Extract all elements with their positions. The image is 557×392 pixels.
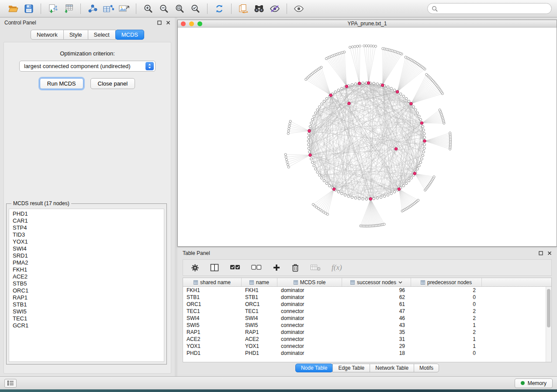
mcds-result-list[interactable]: PHD1CAR1STP4TID3YOX1SWI4SRD1PMA2FKH1ACE2…: [9, 209, 164, 362]
table-scrollbar-thumb[interactable]: [547, 289, 550, 327]
tab-node-table[interactable]: Node Table: [295, 364, 333, 372]
network-leaf-node[interactable]: [287, 130, 290, 132]
network-node[interactable]: [415, 109, 417, 111]
mcds-dominator-node[interactable]: [348, 102, 351, 105]
mcds-result-item[interactable]: STP4: [9, 224, 164, 231]
network-node[interactable]: [422, 151, 425, 153]
mcds-result-item[interactable]: RAP1: [9, 294, 164, 301]
network-leaf-node[interactable]: [356, 45, 359, 47]
mcds-result-item[interactable]: GCR1: [9, 322, 164, 329]
column-header-predecessor-nodes[interactable]: predecessor nodes: [411, 278, 482, 286]
float-panel-icon[interactable]: [539, 251, 543, 255]
network-node[interactable]: [315, 112, 317, 114]
network-node[interactable]: [354, 83, 357, 86]
sort-caret-icon[interactable]: [398, 281, 402, 284]
network-leaf-node[interactable]: [287, 132, 289, 134]
network-node[interactable]: [308, 133, 310, 135]
network-node[interactable]: [354, 197, 357, 199]
network-node[interactable]: [408, 179, 410, 182]
network-leaf-node[interactable]: [287, 166, 290, 168]
network-node[interactable]: [422, 125, 424, 128]
close-panel-icon[interactable]: [547, 251, 552, 255]
network-leaf-node[interactable]: [326, 213, 329, 215]
mcds-dominator-node[interactable]: [394, 148, 398, 151]
network-leaf-node[interactable]: [367, 45, 370, 47]
mcds-dominator-node[interactable]: [420, 122, 423, 125]
table-row[interactable]: STB1STB1dominator620: [183, 294, 551, 301]
network-node[interactable]: [362, 82, 364, 85]
network-node[interactable]: [419, 161, 422, 164]
mcds-result-item[interactable]: SRD1: [9, 252, 164, 259]
table-row[interactable]: SWI4SWI4dominator462: [183, 315, 551, 322]
network-leaf-node[interactable]: [285, 158, 287, 161]
network-node[interactable]: [351, 196, 353, 199]
clone-network-button[interactable]: [235, 2, 251, 16]
table-row[interactable]: YOX1YOX1connector291: [183, 343, 551, 350]
mcds-dominator-node[interactable]: [308, 130, 311, 133]
network-node[interactable]: [316, 171, 319, 174]
zoom-fit-button[interactable]: [172, 2, 187, 16]
column-header-MCDS-role[interactable]: MCDS role: [277, 278, 342, 286]
mcds-dominator-node[interactable]: [309, 154, 312, 157]
search-input[interactable]: [440, 6, 547, 12]
network-leaf-node[interactable]: [374, 45, 377, 47]
mcds-result-item[interactable]: YOX1: [9, 238, 164, 245]
table-row[interactable]: ACE2ACE2connector311: [183, 336, 551, 343]
table-row[interactable]: SWI5SWI5connector431: [183, 322, 551, 329]
network-leaf-node[interactable]: [382, 48, 384, 50]
column-header-name[interactable]: name: [242, 278, 277, 286]
network-leaf-node[interactable]: [363, 45, 365, 47]
show-hide-button[interactable]: [267, 2, 283, 16]
network-node[interactable]: [412, 106, 415, 108]
network-node[interactable]: [390, 193, 393, 195]
float-panel-icon[interactable]: [157, 21, 162, 25]
table-scrollbar[interactable]: [546, 287, 551, 362]
memory-button[interactable]: Memory: [515, 378, 553, 388]
network-node[interactable]: [323, 100, 325, 103]
mcds-dominator-node[interactable]: [332, 188, 336, 191]
tab-network-table[interactable]: Network Table: [370, 364, 414, 372]
network-node[interactable]: [399, 93, 402, 96]
tab-mcds[interactable]: MCDS: [115, 30, 144, 40]
mcds-dominator-node[interactable]: [410, 102, 413, 105]
mcds-dominator-node[interactable]: [413, 172, 416, 175]
network-node[interactable]: [308, 136, 310, 139]
network-node[interactable]: [418, 115, 421, 118]
mcds-result-item[interactable]: ORC1: [9, 287, 164, 294]
network-node[interactable]: [387, 194, 389, 196]
mcds-dominator-node[interactable]: [329, 94, 332, 97]
network-node[interactable]: [405, 97, 408, 100]
network-leaf-node[interactable]: [370, 45, 372, 47]
network-node[interactable]: [416, 168, 419, 170]
network-node[interactable]: [383, 195, 386, 198]
network-node[interactable]: [393, 191, 396, 193]
network-node[interactable]: [408, 100, 410, 103]
network-leaf-node[interactable]: [383, 223, 385, 225]
network-leaf-node[interactable]: [439, 109, 441, 111]
optimization-criterion-select[interactable]: largest connected component (undirected): [19, 61, 156, 72]
network-node[interactable]: [311, 118, 314, 121]
import-network-button[interactable]: [45, 2, 61, 16]
new-network-button[interactable]: [85, 2, 100, 16]
network-window-titlebar[interactable]: YPA_prune.txt_1: [178, 20, 557, 28]
close-panel-icon[interactable]: [166, 21, 170, 25]
network-node[interactable]: [422, 154, 424, 157]
mcds-result-item[interactable]: TID3: [9, 231, 164, 238]
network-leaf-node[interactable]: [284, 153, 287, 155]
delete-icon[interactable]: [291, 263, 299, 272]
search-network-button[interactable]: [251, 2, 267, 16]
mcds-result-item[interactable]: STB5: [9, 280, 164, 287]
column-header-shared-name[interactable]: shared name: [183, 278, 242, 286]
mcds-dominator-node[interactable]: [345, 85, 348, 88]
network-node[interactable]: [387, 86, 389, 89]
network-node[interactable]: [325, 97, 328, 100]
network-node[interactable]: [365, 198, 368, 200]
network-node[interactable]: [316, 109, 319, 111]
network-node[interactable]: [310, 122, 313, 124]
network-node[interactable]: [347, 195, 350, 198]
table-row[interactable]: TEC1TEC1connector472: [183, 308, 551, 315]
mcds-result-item[interactable]: CAR1: [9, 217, 164, 224]
mcds-result-item[interactable]: STB1: [9, 301, 164, 308]
network-leaf-node[interactable]: [351, 46, 353, 48]
node-table[interactable]: shared namenameMCDS rolesuccessor nodesp…: [183, 278, 552, 362]
